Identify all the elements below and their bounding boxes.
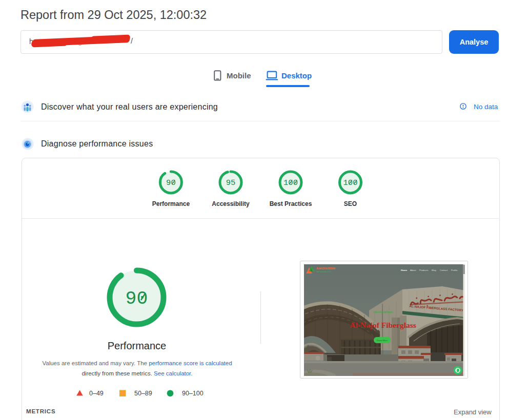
svg-text:Blog: Blog <box>432 269 436 271</box>
svg-text:50–89: 50–89 <box>134 390 152 397</box>
svg-text:About: About <box>410 269 416 271</box>
svg-text:AL-NAJOF ALDERDAN: AL-NAJOF ALDERDAN <box>316 267 336 270</box>
svg-text:Profile: Profile <box>451 269 458 271</box>
svg-text:SEO: SEO <box>344 200 357 207</box>
svg-text:Performance: Performance <box>152 200 190 207</box>
svg-text:0–49: 0–49 <box>89 390 104 397</box>
svg-text:Best Practices: Best Practices <box>270 200 312 207</box>
svg-text:Know More: Know More <box>377 339 388 342</box>
svg-text:Contact: Contact <box>440 269 448 271</box>
svg-text:95: 95 <box>226 178 236 187</box>
svg-text:100: 100 <box>343 178 358 187</box>
svg-text:Accessibility: Accessibility <box>212 200 250 207</box>
svg-text:Home: Home <box>401 269 408 271</box>
svg-text:Al-Najof Fiberglass: Al-Najof Fiberglass <box>350 321 416 329</box>
svg-text:FIBERGLASS FACTORY: FIBERGLASS FACTORY <box>316 270 331 273</box>
svg-text:100: 100 <box>283 178 298 187</box>
svg-text:90: 90 <box>166 178 176 187</box>
svg-text:Welcome To Al-Najof Fiberglass: Welcome To Al-Najof Fiberglass <box>373 311 393 313</box>
svg-text:90: 90 <box>126 288 148 309</box>
svg-text:90–100: 90–100 <box>182 390 204 397</box>
svg-text:Products: Products <box>419 269 429 271</box>
